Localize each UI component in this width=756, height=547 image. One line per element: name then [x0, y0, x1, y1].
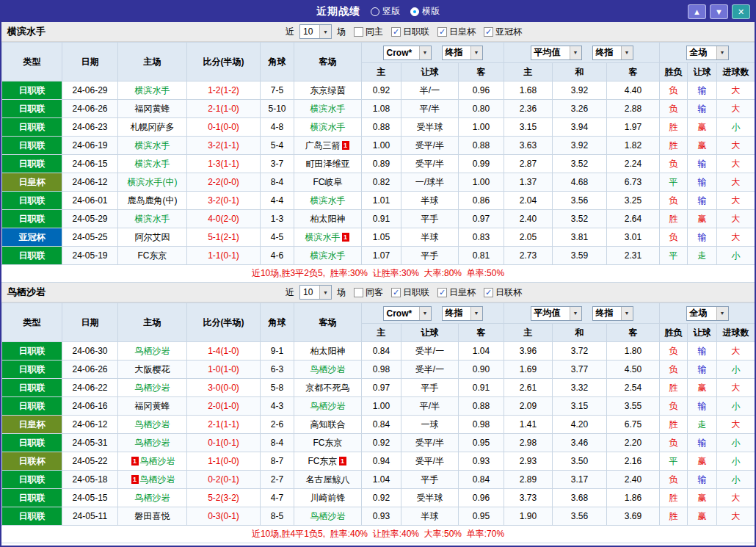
date-cell: 24-06-19: [62, 137, 118, 155]
score: 5-1(2-1): [208, 232, 239, 242]
asia-away-odds: 0.80: [459, 100, 504, 118]
recent-count-select[interactable]: 10▼: [299, 285, 332, 300]
match-row: 日职联24-05-181鸟栖沙岩0-2(0-1)2-7名古屋鲸八1.04平手0.…: [2, 471, 755, 489]
column-header: 角球: [261, 43, 294, 81]
venue-filter-checkbox[interactable]: [354, 288, 363, 297]
match-row: 日职联24-05-15鸟栖沙岩5-2(3-2)4-7川崎前锋0.92受半球0.9…: [2, 489, 755, 507]
date-cell: 24-06-26: [62, 100, 118, 118]
column-subheader: 客: [607, 324, 660, 342]
result-handicap: 走: [688, 247, 717, 265]
asia-away-odds: 0.96: [459, 489, 504, 507]
venue-filter-checkbox[interactable]: [354, 27, 363, 37]
euro-odds-controls: 平均值▼终指▼: [504, 303, 660, 324]
asia-home-odds: 1.00: [362, 397, 401, 416]
close-button[interactable]: ✕: [732, 4, 750, 19]
date-cell: 24-06-15: [62, 155, 118, 173]
result-value: 输: [698, 364, 707, 374]
asia-away-odds: 1.00: [459, 173, 504, 192]
score-cell: 3-2(1-1): [187, 137, 261, 155]
league-cell: 日皇杯: [2, 173, 62, 192]
score: 2-2(0-0): [208, 177, 239, 187]
euro-away-odds: 2.31: [607, 247, 660, 265]
league-filter-checkbox[interactable]: ✓: [484, 288, 493, 297]
asia-away-odds: 0.95: [459, 434, 504, 452]
recent-count-select[interactable]: 10▼: [299, 24, 332, 39]
asia-index-select[interactable]: 终指▼: [442, 46, 483, 60]
match-period-select[interactable]: 全场▼: [686, 46, 729, 60]
result-outcome: 胜: [660, 416, 688, 434]
league-filter-label: 日皇杯: [449, 26, 476, 38]
league-filter-checkbox[interactable]: ✓: [484, 27, 493, 37]
euro-home-odds: 2.93: [504, 452, 553, 471]
section-header: 鸟栖沙岩近10▼场同客✓日职联✓日皇杯✓日联杯: [1, 283, 755, 303]
titlebar-center: 近期战绩 竖版横版: [1, 5, 755, 18]
bookmaker-select[interactable]: Crow*▼: [383, 306, 432, 321]
league-filter-checkbox[interactable]: ✓: [391, 27, 401, 37]
euro-average-select[interactable]: 平均值▼: [531, 306, 582, 321]
score-cell: 0-3(0-1): [187, 507, 261, 526]
result-value: 胜: [669, 383, 678, 393]
result-value: 赢: [698, 383, 707, 393]
league-filter-checkbox[interactable]: ✓: [391, 288, 401, 297]
result-goals: 大: [717, 137, 755, 155]
column-subheader: 让球: [688, 324, 717, 342]
column-subheader: 和: [553, 324, 607, 342]
team-label: 鸟栖沙岩: [135, 493, 170, 503]
euro-away-odds: 3.25: [607, 192, 660, 210]
bookmaker-select[interactable]: Crow*▼: [383, 46, 432, 60]
titlebar: 近期战绩 竖版横版 ▲▼✕: [1, 1, 755, 22]
euro-average-select[interactable]: 平均值▼: [531, 46, 582, 60]
asia-home-odds: 0.93: [362, 507, 401, 526]
layout-radio-option[interactable]: 横版: [410, 5, 440, 18]
euro-draw-odds: 3.94: [553, 118, 607, 137]
home-team-cell: 横滨水手: [118, 137, 187, 155]
asia-index-select[interactable]: 终指▼: [442, 306, 483, 321]
euro-home-odds: 2.89: [504, 471, 553, 489]
league-filter-checkbox[interactable]: ✓: [437, 288, 447, 297]
layout-radio-option[interactable]: 竖版: [371, 5, 400, 18]
result-handicap: 赢: [688, 489, 717, 507]
result-goals: 大: [717, 81, 755, 100]
home-team-cell: FC东京: [118, 247, 187, 265]
away-team-cell: 横滨水手: [294, 192, 362, 210]
asia-away-odds: 0.83: [459, 228, 504, 247]
league-cell: 日皇杯: [2, 416, 62, 434]
scroll-down-button[interactable]: ▼: [710, 4, 728, 19]
team-label: 鸟栖沙岩: [135, 346, 170, 356]
scroll-up-button[interactable]: ▲: [688, 4, 706, 19]
result-handicap: 赢: [688, 137, 717, 155]
league-filter-label: 日职联: [403, 286, 429, 299]
score: 5-2(3-2): [208, 493, 239, 503]
league-cell: 日职联: [2, 342, 62, 361]
result-value: 走: [698, 419, 707, 430]
result-goals: 大: [717, 192, 755, 210]
asia-away-odds: 0.96: [459, 81, 504, 100]
away-team-cell: 町田泽维亚: [294, 155, 362, 173]
home-team-cell: 札幌冈萨多: [118, 118, 187, 137]
away-team-cell: 柏太阳神: [294, 210, 362, 228]
result-outcome: 平: [660, 173, 688, 192]
asia-handicap: 受平/半: [401, 434, 459, 452]
section-header: 横滨水手近10▼场同主✓日职联✓日皇杯✓亚冠杯: [1, 22, 755, 42]
result-value: 大: [732, 419, 741, 430]
asia-home-odds: 1.00: [362, 137, 401, 155]
result-goals: 小: [717, 434, 755, 452]
match-row: 日职联24-05-31鸟栖沙岩0-1(0-1)8-4FC东京0.92受平/半0.…: [2, 434, 755, 452]
result-goals: 小: [717, 397, 755, 416]
euro-away-odds: 1.86: [607, 489, 660, 507]
chevron-down-icon: ▼: [716, 307, 728, 320]
result-outcome: 胜: [660, 379, 688, 397]
team-label: 高知联合: [310, 419, 346, 430]
score: 4-0(2-0): [208, 214, 239, 224]
euro-home-odds: 2.09: [504, 397, 553, 416]
column-subheader: 让球: [688, 63, 717, 81]
euro-index-select[interactable]: 终指▼: [592, 306, 633, 321]
score-cell: 0-1(0-1): [187, 434, 261, 452]
asia-away-odds: 0.95: [459, 507, 504, 526]
radio-label: 竖版: [382, 5, 400, 18]
match-period-select[interactable]: 全场▼: [686, 306, 729, 321]
match-row: 日职联24-05-29横滨水手4-0(2-0)1-3柏太阳神0.91平手0.97…: [2, 210, 755, 228]
league-filter-checkbox[interactable]: ✓: [437, 27, 447, 37]
result-handicap: 输: [688, 81, 717, 100]
euro-index-select[interactable]: 终指▼: [592, 46, 633, 60]
